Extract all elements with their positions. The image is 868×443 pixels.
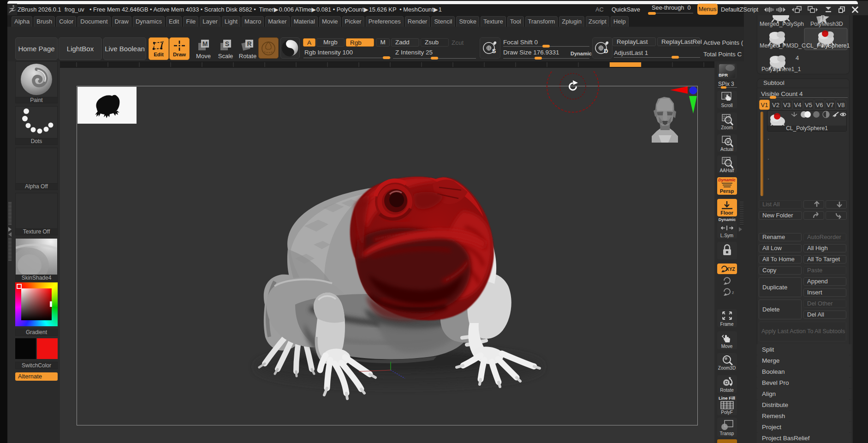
- svg-text:Line Fill: Line Fill: [719, 395, 735, 401]
- svg-text:D: D: [604, 48, 608, 54]
- svg-text:S: S: [492, 48, 496, 54]
- svg-text:Move: Move: [721, 344, 733, 349]
- svg-text:Merged_PolySph: Merged_PolySph: [760, 21, 804, 27]
- svg-text:XYZ: XYZ: [726, 267, 735, 272]
- svg-text:Zoom3D: Zoom3D: [718, 365, 736, 371]
- svg-text:PolyF: PolyF: [721, 410, 733, 415]
- svg-text:AAHalf: AAHalf: [719, 168, 734, 173]
- svg-text:Zoom: Zoom: [721, 125, 733, 130]
- svg-text:PolySphere1_1: PolySphere1_1: [761, 66, 801, 72]
- svg-text:Merged_PM3D_C: Merged_PM3D_C: [760, 42, 806, 49]
- svg-text:Scroll: Scroll: [721, 103, 732, 108]
- svg-text:Dynamic: Dynamic: [718, 178, 736, 182]
- svg-text:BPR: BPR: [719, 72, 728, 78]
- svg-text:Rotate: Rotate: [720, 388, 734, 393]
- svg-text:z: z: [732, 290, 734, 295]
- svg-text:CL_PolySphere1: CL_PolySphere1: [806, 42, 850, 49]
- svg-text:Floor: Floor: [720, 210, 733, 216]
- svg-text:L.Sym: L.Sym: [720, 233, 733, 238]
- svg-text:Transp: Transp: [720, 431, 734, 436]
- svg-text:Persp: Persp: [720, 188, 734, 194]
- svg-text:4: 4: [796, 54, 799, 61]
- svg-text:M: M: [202, 40, 208, 48]
- svg-text:Frame: Frame: [720, 322, 734, 327]
- svg-text:S: S: [225, 40, 229, 48]
- svg-text:PolyMesh3D: PolyMesh3D: [810, 21, 843, 27]
- svg-text:Actual: Actual: [720, 147, 733, 152]
- svg-text:R: R: [247, 40, 251, 48]
